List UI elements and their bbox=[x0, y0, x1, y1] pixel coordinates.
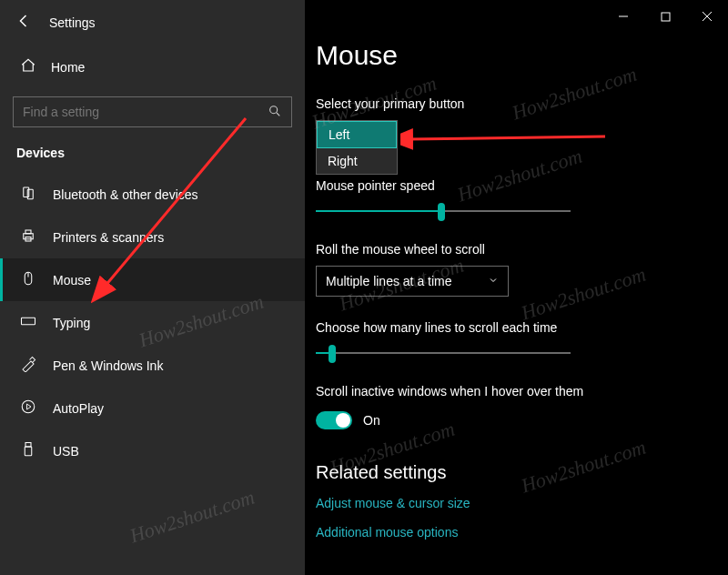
search-box[interactable] bbox=[13, 96, 292, 127]
svg-point-0 bbox=[270, 106, 278, 113]
inactive-toggle[interactable] bbox=[316, 411, 352, 429]
sidebar-list: Bluetooth & other devices Printers & sca… bbox=[0, 173, 305, 472]
sidebar-item-usb[interactable]: USB bbox=[0, 429, 305, 472]
inactive-toggle-row: On bbox=[316, 411, 728, 429]
close-button[interactable] bbox=[686, 0, 728, 33]
primary-button-dropdown-open[interactable]: Left Right bbox=[316, 120, 398, 175]
roll-dropdown[interactable]: Multiple lines at a time bbox=[316, 266, 509, 297]
lines-label: Choose how many lines to scroll each tim… bbox=[316, 320, 728, 335]
sidebar-item-label: AutoPlay bbox=[53, 401, 104, 416]
svg-rect-3 bbox=[24, 234, 34, 239]
primary-option-left[interactable]: Left bbox=[317, 121, 397, 148]
search-input[interactable] bbox=[23, 105, 268, 119]
window-title: Settings bbox=[49, 15, 96, 30]
pointer-speed-label: Mouse pointer speed bbox=[316, 178, 728, 193]
sidebar-item-autoplay[interactable]: AutoPlay bbox=[0, 387, 305, 429]
svg-rect-1 bbox=[24, 187, 29, 197]
pointer-speed-slider[interactable] bbox=[316, 206, 571, 218]
maximize-button[interactable] bbox=[644, 0, 686, 33]
minimize-button[interactable] bbox=[602, 0, 644, 33]
svg-rect-4 bbox=[25, 230, 31, 234]
sidebar-item-printers[interactable]: Printers & scanners bbox=[0, 216, 305, 258]
slider-fill bbox=[316, 352, 329, 354]
primary-button-label: Select your primary button bbox=[316, 96, 728, 111]
slider-track bbox=[316, 352, 571, 354]
sidebar-item-label: Bluetooth & other devices bbox=[53, 187, 198, 202]
lines-slider[interactable] bbox=[316, 348, 571, 360]
sidebar-item-label: Pen & Windows Ink bbox=[53, 358, 163, 373]
slider-thumb[interactable] bbox=[438, 203, 445, 221]
slider-thumb[interactable] bbox=[329, 345, 336, 363]
home-icon bbox=[20, 57, 36, 76]
toggle-state-label: On bbox=[363, 413, 380, 428]
roll-label: Roll the mouse wheel to scroll bbox=[316, 242, 728, 257]
svg-rect-2 bbox=[27, 189, 33, 199]
slider-fill bbox=[316, 210, 438, 212]
sidebar-item-mouse[interactable]: Mouse bbox=[0, 258, 305, 301]
sidebar-item-label: USB bbox=[53, 444, 79, 459]
toggle-knob bbox=[336, 413, 350, 428]
svg-rect-12 bbox=[25, 447, 32, 456]
keyboard-icon bbox=[20, 313, 36, 332]
usb-icon bbox=[20, 441, 36, 460]
sidebar-item-bluetooth[interactable]: Bluetooth & other devices bbox=[0, 173, 305, 216]
bluetooth-icon bbox=[20, 185, 36, 204]
home-label: Home bbox=[51, 60, 85, 75]
primary-option-right[interactable]: Right bbox=[317, 148, 397, 174]
sidebar-item-label: Printers & scanners bbox=[53, 230, 164, 245]
search-icon bbox=[268, 104, 282, 121]
printer-icon bbox=[20, 227, 36, 247]
svg-point-10 bbox=[22, 400, 35, 413]
sidebar-item-typing[interactable]: Typing bbox=[0, 301, 305, 344]
sidebar-item-label: Mouse bbox=[53, 273, 91, 288]
related-heading: Related settings bbox=[316, 462, 728, 483]
svg-rect-14 bbox=[662, 13, 670, 21]
chevron-down-icon bbox=[488, 274, 499, 288]
link-additional-options[interactable]: Additional mouse options bbox=[316, 525, 728, 540]
sidebar: Settings Home Devices Bluetooth & other … bbox=[0, 0, 305, 575]
svg-rect-11 bbox=[25, 443, 31, 448]
sidebar-home[interactable]: Home bbox=[0, 48, 305, 86]
sidebar-item-label: Typing bbox=[53, 316, 90, 330]
sidebar-item-pen[interactable]: Pen & Windows Ink bbox=[0, 344, 305, 387]
pen-icon bbox=[20, 356, 36, 375]
inactive-label: Scroll inactive windows when I hover ove… bbox=[316, 384, 728, 398]
autoplay-icon bbox=[20, 398, 36, 418]
back-button[interactable] bbox=[16, 13, 33, 32]
sidebar-section-heading: Devices bbox=[0, 140, 305, 167]
svg-rect-8 bbox=[22, 318, 35, 325]
titlebar: Settings bbox=[0, 0, 305, 43]
main-panel: Mouse Select your primary button Left Ri… bbox=[305, 0, 728, 575]
link-adjust-cursor[interactable]: Adjust mouse & cursor size bbox=[316, 496, 728, 510]
roll-dropdown-value: Multiple lines at a time bbox=[326, 274, 452, 288]
mouse-icon bbox=[20, 270, 36, 289]
window-controls bbox=[602, 0, 728, 33]
